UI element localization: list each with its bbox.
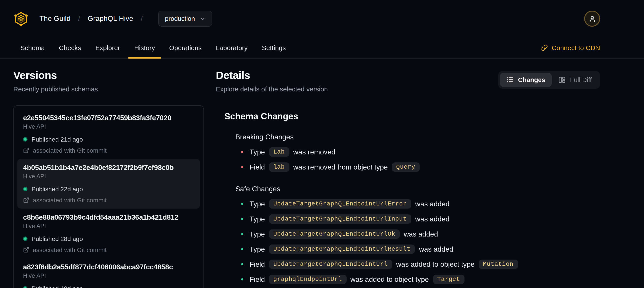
version-hash: e2e55045345ce13fe07f52a77459b83fa3fe7020 bbox=[23, 114, 194, 122]
schema-coordinate-chip: Lab bbox=[269, 147, 289, 157]
list-icon bbox=[506, 76, 514, 83]
change-text-segment: Type bbox=[250, 148, 265, 156]
change-item-text: FieldgraphqlEndpointUrlwas added to obje… bbox=[250, 275, 464, 284]
schema-coordinate-chip: UpdateTargetGraphQLEndpointUrlOk bbox=[269, 229, 400, 239]
version-hash: 4b05ab51b1b4a7e2e4b0ef82172f2b9f7ef98c0b bbox=[23, 164, 194, 172]
change-text-segment: was added bbox=[415, 200, 450, 208]
change-groups: Breaking ChangesTypeLabwas removedFieldl… bbox=[224, 133, 600, 288]
top-bar: The Guild / GraphQL Hive / production bbox=[0, 0, 644, 37]
change-text-segment: was added to object type bbox=[396, 260, 474, 268]
version-service: Hive API bbox=[23, 123, 194, 130]
main-content: Versions Recently published schemas. e2e… bbox=[0, 59, 644, 288]
change-item-text: TypeUpdateTargetGraphQLEndpointUrlInputw… bbox=[250, 214, 450, 224]
schema-coordinate-chip: UpdateTargetGraphQLEndpointUrlResult bbox=[269, 244, 415, 254]
breaking-bullet-dot bbox=[241, 166, 243, 168]
version-published-row: Published 28d ago bbox=[23, 235, 194, 242]
change-text-segment: was added bbox=[415, 215, 450, 223]
tab-history[interactable]: History bbox=[127, 37, 162, 58]
published-status-dot bbox=[23, 137, 28, 142]
change-text-segment: was added bbox=[419, 245, 454, 253]
target-nav: SchemaChecksExplorerHistoryOperationsLab… bbox=[0, 37, 644, 59]
target-selector-dropdown[interactable]: production bbox=[158, 11, 212, 27]
change-item-text: TypeLabwas removed bbox=[250, 147, 335, 157]
change-text-segment: Type bbox=[250, 230, 265, 238]
breadcrumb-org[interactable]: The Guild bbox=[40, 15, 71, 23]
toggle-label: Changes bbox=[518, 76, 546, 83]
change-text-segment: was added bbox=[404, 230, 438, 238]
change-item: FieldgraphqlEndpointUrlwas added to obje… bbox=[241, 273, 600, 286]
columns-icon bbox=[558, 76, 566, 83]
safe-changes-title: Safe Changes bbox=[235, 185, 600, 193]
user-menu-button[interactable] bbox=[584, 11, 600, 27]
version-list-item[interactable]: 4b05ab51b1b4a7e2e4b0ef82172f2b9f7ef98c0b… bbox=[17, 159, 200, 209]
versions-list: e2e55045345ce13fe07f52a77459b83fa3fe7020… bbox=[13, 105, 204, 288]
nav-tabs: SchemaChecksExplorerHistoryOperationsLab… bbox=[13, 37, 293, 58]
git-commit-text: associated with Git commit bbox=[33, 197, 106, 204]
version-hash: a823f6db2a55df877dcf406006abca97fcc4858c bbox=[23, 263, 194, 271]
version-list-item[interactable]: e2e55045345ce13fe07f52a77459b83fa3fe7020… bbox=[17, 109, 200, 159]
breadcrumb: The Guild / GraphQL Hive / production bbox=[40, 11, 212, 27]
schema-coordinate-chip: Mutation bbox=[479, 259, 518, 269]
change-item-text: TypeUpdateTargetGraphQLEndpointUrlErrorw… bbox=[250, 199, 450, 209]
toggle-label: Full Diff bbox=[570, 76, 592, 83]
hive-logo-icon[interactable] bbox=[13, 11, 29, 27]
details-heading-group: Details Explore details of the selected … bbox=[216, 69, 328, 93]
tab-settings[interactable]: Settings bbox=[255, 37, 293, 58]
published-status-dot bbox=[23, 286, 28, 288]
version-published-row: Published 40d ago bbox=[23, 285, 194, 288]
published-status-text: Published 40d ago bbox=[32, 285, 83, 288]
versions-subtitle: Recently published schemas. bbox=[13, 85, 204, 93]
version-published-row: Published 22d ago bbox=[23, 185, 194, 193]
schema-coordinate-chip: Target bbox=[433, 275, 464, 284]
safe-changes-list: TypeUpdateTargetGraphQLEndpointUrlErrorw… bbox=[235, 197, 600, 288]
safe-bullet-dot bbox=[241, 218, 243, 220]
versions-title: Versions bbox=[13, 69, 204, 82]
change-item: FieldupdateTargetGraphQLEndpointUrlwas a… bbox=[241, 258, 600, 271]
change-text-segment: was removed bbox=[293, 148, 335, 156]
change-item-text: TypeUpdateTargetGraphQLEndpointUrlResult… bbox=[250, 244, 453, 254]
version-list-item[interactable]: c8b6e88a06793b9c4dfd54aaa21b36a1b421d812… bbox=[17, 209, 200, 258]
external-link-icon bbox=[23, 247, 29, 253]
version-service: Hive API bbox=[23, 173, 194, 180]
version-hash: c8b6e88a06793b9c4dfd54aaa21b36a1b421d812 bbox=[23, 213, 194, 221]
tab-checks[interactable]: Checks bbox=[52, 37, 88, 58]
change-text-segment: Field bbox=[250, 163, 265, 171]
published-status-dot bbox=[23, 236, 28, 241]
schema-coordinate-chip: Query bbox=[392, 162, 420, 172]
chevron-down-icon bbox=[200, 16, 206, 22]
details-subtitle: Explore details of the selected version bbox=[216, 85, 328, 93]
git-commit-link[interactable]: associated with Git commit bbox=[23, 147, 194, 154]
schema-changes-section: Schema Changes Breaking ChangesTypeLabwa… bbox=[216, 111, 600, 288]
connect-to-cdn-button[interactable]: Connect to CDN bbox=[541, 37, 600, 58]
change-item-text: TypeUpdateTargetGraphQLEndpointUrlOkwas … bbox=[250, 229, 438, 239]
schema-changes-title: Schema Changes bbox=[224, 111, 600, 122]
change-item-text: FieldupdateTargetGraphQLEndpointUrlwas a… bbox=[250, 259, 518, 269]
change-item: TypeUpdateTargetGraphQLEndpointUrlInputw… bbox=[241, 213, 600, 225]
changes-view-button[interactable]: Changes bbox=[500, 73, 552, 87]
change-text-segment: Type bbox=[250, 245, 265, 253]
version-service: Hive API bbox=[23, 272, 194, 279]
details-title: Details bbox=[216, 69, 328, 82]
schema-coordinate-chip: lab bbox=[269, 162, 289, 172]
published-status-text: Published 28d ago bbox=[32, 235, 83, 242]
app-root: The Guild / GraphQL Hive / production Sc… bbox=[0, 0, 644, 288]
git-commit-link[interactable]: associated with Git commit bbox=[23, 197, 194, 204]
change-text-segment: Type bbox=[250, 200, 265, 208]
full-diff-view-button[interactable]: Full Diff bbox=[552, 73, 598, 87]
breadcrumb-project[interactable]: GraphQL Hive bbox=[88, 15, 133, 23]
change-text-segment: Field bbox=[250, 260, 265, 268]
safe-bullet-dot bbox=[241, 203, 243, 205]
version-service: Hive API bbox=[23, 223, 194, 229]
tab-schema[interactable]: Schema bbox=[13, 37, 52, 58]
tab-explorer[interactable]: Explorer bbox=[88, 37, 127, 58]
breaking-changes-group: Breaking ChangesTypeLabwas removedFieldl… bbox=[224, 133, 600, 173]
tab-operations[interactable]: Operations bbox=[162, 37, 209, 58]
git-commit-link[interactable]: associated with Git commit bbox=[23, 246, 194, 253]
safe-bullet-dot bbox=[241, 248, 243, 250]
schema-coordinate-chip: graphqlEndpointUrl bbox=[269, 275, 346, 284]
tab-laboratory[interactable]: Laboratory bbox=[209, 37, 255, 58]
external-link-icon bbox=[23, 147, 29, 154]
version-published-row: Published 21d ago bbox=[23, 136, 194, 143]
version-list-item[interactable]: a823f6db2a55df877dcf406006abca97fcc4858c… bbox=[17, 258, 200, 288]
change-text-segment: was removed from object type bbox=[293, 163, 388, 171]
